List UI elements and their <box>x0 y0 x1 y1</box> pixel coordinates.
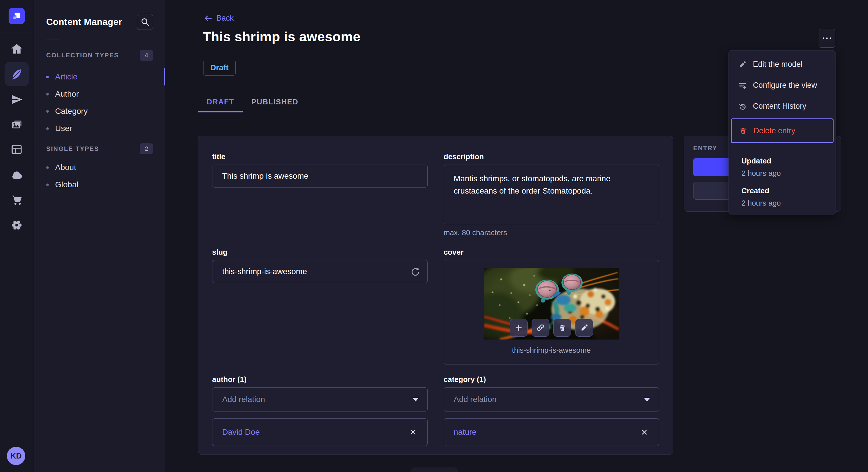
sidebar-item-user[interactable]: User <box>46 121 153 136</box>
remove-author-relation-button[interactable] <box>407 427 419 438</box>
slug-input[interactable]: this-shrimp-is-awesome <box>212 260 428 283</box>
collection-types-count-badge: 4 <box>140 50 153 61</box>
slug-value: this-shrimp-is-awesome <box>222 267 307 276</box>
single-types-count-badge: 2 <box>140 143 153 154</box>
author-field: author (1) Add relation David Doe <box>212 374 428 446</box>
edit-asset-button[interactable] <box>575 319 593 337</box>
trash-icon <box>558 324 566 332</box>
entry-actions-menu: Edit the model Configure the view Conten… <box>728 50 836 214</box>
tab-draft[interactable]: DRAFT <box>198 91 243 112</box>
menu-item-edit-model[interactable]: Edit the model <box>729 54 836 75</box>
created-value: 2 hours ago <box>741 199 836 208</box>
sidebar-item-category[interactable]: Category <box>46 103 153 119</box>
pencil-icon <box>739 61 747 69</box>
sidebar-item-label: Article <box>55 72 78 81</box>
entry-meta: Updated 2 hours ago Created 2 hours ago <box>729 149 836 208</box>
remove-category-relation-button[interactable] <box>639 427 650 438</box>
updated-label: Updated <box>741 157 836 165</box>
menu-item-label: Configure the view <box>753 81 817 90</box>
nav-settings-button[interactable] <box>5 213 29 237</box>
slug-label: slug <box>212 247 428 257</box>
tab-draft-label: DRAFT <box>207 98 234 106</box>
regenerate-slug-button[interactable] <box>408 265 421 278</box>
category-relation-link[interactable]: nature <box>454 428 476 437</box>
cloud-icon <box>10 168 23 181</box>
add-asset-button[interactable] <box>510 319 528 337</box>
more-actions-button[interactable] <box>818 29 835 47</box>
user-avatar[interactable]: KD <box>7 447 25 465</box>
nav-content-manager-button[interactable] <box>5 62 29 86</box>
plus-icon <box>515 324 523 332</box>
feather-icon <box>10 67 23 80</box>
title-value: This shrimp is awesome <box>222 171 308 181</box>
search-icon <box>139 16 151 28</box>
copy-link-button[interactable] <box>532 319 549 337</box>
author-combobox-placeholder: Add relation <box>222 395 265 404</box>
sidebar-item-label: Global <box>55 180 79 189</box>
bottom-widget-pill[interactable] <box>410 467 458 472</box>
content-manager-subnav: Content Manager COLLECTION TYPES 4 Artic… <box>34 0 165 472</box>
bullet-icon <box>46 127 49 130</box>
collection-types-label: COLLECTION TYPES <box>46 52 119 59</box>
content-builder-icon <box>10 143 23 156</box>
sidebar-item-article[interactable]: Article <box>46 69 153 85</box>
sidebar-item-global[interactable]: Global <box>46 177 153 193</box>
chevron-down-icon <box>644 398 650 401</box>
pencil-icon <box>580 324 588 332</box>
nav-deploy-button[interactable] <box>5 163 29 187</box>
main-nav: KD <box>0 0 33 472</box>
description-value: Mantis shrimps, or stomatopods, are mari… <box>454 174 611 195</box>
entry-form-card: title This shrimp is awesome description… <box>198 136 673 455</box>
bullet-icon <box>46 110 49 113</box>
sidebar-item-label: About <box>55 163 76 172</box>
category-relation-combobox[interactable]: Add relation <box>444 387 659 411</box>
category-combobox-placeholder: Add relation <box>454 395 497 404</box>
page-title: This shrimp is awesome <box>203 29 361 44</box>
menu-item-content-history[interactable]: Content History <box>729 96 836 117</box>
nav-media-library-button[interactable] <box>5 112 29 136</box>
media-library-icon <box>10 118 23 131</box>
title-input[interactable]: This shrimp is awesome <box>212 165 428 188</box>
nav-release-button[interactable] <box>5 88 29 111</box>
settings-gear-icon <box>10 218 23 232</box>
menu-item-configure-view[interactable]: Configure the view <box>729 75 836 96</box>
author-relation-link[interactable]: David Doe <box>222 428 260 437</box>
category-relation-item: nature <box>444 418 659 446</box>
nav-home-button[interactable] <box>5 37 29 61</box>
back-link[interactable]: Back <box>204 14 234 23</box>
version-tabs: DRAFT PUBLISHED <box>198 91 307 112</box>
delete-asset-button[interactable] <box>553 319 571 337</box>
title-label: title <box>212 151 428 162</box>
menu-item-label: Edit the model <box>753 60 803 69</box>
author-label: author (1) <box>212 374 428 384</box>
arrow-left-icon <box>204 14 212 23</box>
refresh-icon <box>410 266 420 277</box>
back-label: Back <box>216 14 234 23</box>
search-button[interactable] <box>137 14 153 30</box>
author-relation-combobox[interactable]: Add relation <box>212 387 428 411</box>
nav-content-type-builder-button[interactable] <box>5 137 29 162</box>
home-icon <box>10 42 23 55</box>
category-field: category (1) Add relation nature <box>444 374 659 446</box>
slug-field: slug this-shrimp-is-awesome <box>212 247 428 365</box>
tab-published[interactable]: PUBLISHED <box>243 91 307 112</box>
bullet-icon <box>46 166 49 169</box>
bullet-icon <box>46 183 49 186</box>
description-textarea[interactable]: Mantis shrimps, or stomatopods, are mari… <box>444 165 659 224</box>
cover-media <box>484 268 619 339</box>
sidebar-item-about[interactable]: About <box>46 160 153 175</box>
strapi-logo[interactable] <box>9 8 25 24</box>
category-label: category (1) <box>444 374 659 384</box>
menu-item-delete-entry[interactable]: Delete entry <box>731 119 834 143</box>
chevron-down-icon <box>412 398 419 401</box>
active-item-indicator <box>164 68 165 86</box>
menu-item-label: Content History <box>753 102 806 111</box>
subnav-rule <box>46 40 60 40</box>
description-label: description <box>444 151 659 162</box>
nav-marketplace-button[interactable] <box>5 188 29 212</box>
subnav-title: Content Manager <box>46 16 122 27</box>
sidebar-item-author[interactable]: Author <box>46 86 153 102</box>
list-settings-icon <box>739 81 747 90</box>
description-hint: max. 80 characters <box>444 228 659 237</box>
marketplace-cart-icon <box>10 193 23 206</box>
